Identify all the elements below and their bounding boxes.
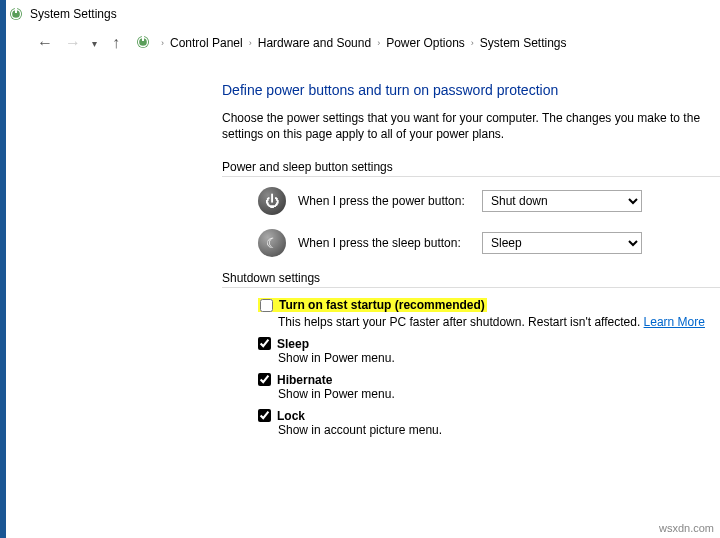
moon-icon: ☾ bbox=[258, 229, 286, 257]
chevron-right-icon: › bbox=[471, 38, 474, 48]
chevron-right-icon: › bbox=[377, 38, 380, 48]
toolbar: ← → ▾ ↑ › Control Panel › Hardware and S… bbox=[0, 28, 720, 62]
up-button[interactable]: ↑ bbox=[107, 34, 125, 52]
section-divider bbox=[222, 176, 720, 177]
page-description: Choose the power settings that you want … bbox=[222, 110, 720, 142]
watermark: wsxdn.com bbox=[659, 522, 714, 534]
sleep-checkbox[interactable] bbox=[258, 337, 271, 350]
fast-startup-checkbox[interactable] bbox=[260, 299, 273, 312]
forward-button: → bbox=[64, 34, 82, 52]
hibernate-checkbox[interactable] bbox=[258, 373, 271, 386]
left-accent-bar bbox=[0, 0, 6, 538]
power-button-label: When I press the power button: bbox=[298, 194, 470, 208]
svg-rect-4 bbox=[142, 36, 144, 41]
chevron-right-icon: › bbox=[161, 38, 164, 48]
hibernate-label: Hibernate bbox=[277, 373, 332, 387]
breadcrumb-item[interactable]: Power Options bbox=[386, 36, 465, 50]
sleep-desc: Show in Power menu. bbox=[278, 351, 720, 365]
power-icon: ⏻ bbox=[258, 187, 286, 215]
shutdown-section: Shutdown settings Turn on fast startup (… bbox=[222, 271, 720, 437]
fast-startup-label: Turn on fast startup (recommended) bbox=[279, 298, 485, 312]
sleep-button-row: ☾ When I press the sleep button: Sleep bbox=[258, 229, 720, 257]
titlebar: System Settings bbox=[0, 0, 720, 28]
breadcrumb-item[interactable]: System Settings bbox=[480, 36, 567, 50]
lock-checkbox[interactable] bbox=[258, 409, 271, 422]
chevron-right-icon: › bbox=[249, 38, 252, 48]
section-title: Shutdown settings bbox=[222, 271, 720, 285]
sleep-button-select[interactable]: Sleep bbox=[482, 232, 642, 254]
content-pane: Define power buttons and turn on passwor… bbox=[0, 62, 720, 437]
back-button[interactable]: ← bbox=[36, 34, 54, 52]
lock-desc: Show in account picture menu. bbox=[278, 423, 720, 437]
breadcrumb[interactable]: › Control Panel › Hardware and Sound › P… bbox=[161, 36, 567, 50]
learn-more-link[interactable]: Learn More bbox=[644, 315, 705, 329]
sleep-label: Sleep bbox=[277, 337, 309, 351]
window-title: System Settings bbox=[30, 7, 117, 21]
breadcrumb-item[interactable]: Control Panel bbox=[170, 36, 243, 50]
power-sleep-section: Power and sleep button settings ⏻ When I… bbox=[222, 160, 720, 257]
sleep-row: Sleep Show in Power menu. bbox=[258, 337, 720, 365]
lock-row: Lock Show in account picture menu. bbox=[258, 409, 720, 437]
power-button-select[interactable]: Shut down bbox=[482, 190, 642, 212]
section-divider bbox=[222, 287, 720, 288]
section-title: Power and sleep button settings bbox=[222, 160, 720, 174]
hibernate-row: Hibernate Show in Power menu. bbox=[258, 373, 720, 401]
power-button-row: ⏻ When I press the power button: Shut do… bbox=[258, 187, 720, 215]
breadcrumb-icon bbox=[135, 34, 151, 53]
sleep-button-label: When I press the sleep button: bbox=[298, 236, 470, 250]
hibernate-desc: Show in Power menu. bbox=[278, 387, 720, 401]
fast-startup-row: Turn on fast startup (recommended) This … bbox=[258, 298, 720, 329]
lock-label: Lock bbox=[277, 409, 305, 423]
page-heading: Define power buttons and turn on passwor… bbox=[222, 82, 720, 98]
history-dropdown[interactable]: ▾ bbox=[92, 38, 97, 49]
fast-startup-desc: This helps start your PC faster after sh… bbox=[278, 315, 640, 329]
svg-rect-1 bbox=[15, 8, 17, 13]
system-settings-icon bbox=[8, 6, 24, 22]
breadcrumb-item[interactable]: Hardware and Sound bbox=[258, 36, 371, 50]
